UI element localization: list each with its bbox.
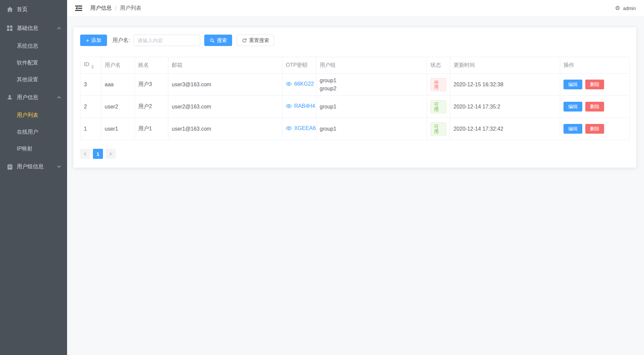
cell-id: 1 <box>80 118 101 140</box>
toolbar: + 添加 用户名: 搜索 <box>80 35 630 46</box>
sidebar-subitem-1-2[interactable]: 其他设置 <box>0 71 67 88</box>
search-button-label: 搜索 <box>217 37 227 44</box>
search-button[interactable]: 搜索 <box>204 35 232 46</box>
cell-actions: 编辑删除 <box>560 96 630 118</box>
cell-updated: 2020-12-15 16:32:38 <box>450 74 560 96</box>
cell-groups: group1 <box>316 96 427 118</box>
status-badge: 停用 <box>430 78 446 91</box>
sidebar-subitem-1-1[interactable]: 软件配置 <box>0 54 67 71</box>
reset-search-button[interactable]: 重置搜索 <box>237 35 274 46</box>
delete-button[interactable]: 删除 <box>585 80 604 89</box>
cell-status: 可用 <box>427 118 450 140</box>
column-header-姓名: 姓名 <box>135 57 168 74</box>
sidebar-subitem-2-0[interactable]: 用户列表 <box>0 107 67 124</box>
group-name: group1 <box>320 77 423 85</box>
sidebar-item-0[interactable]: 首页 <box>0 0 67 19</box>
status-badge: 可用 <box>430 100 446 114</box>
sidebar-subitem-2-1[interactable]: 在线用户 <box>0 124 67 140</box>
sidebar-item-1[interactable]: 基础信息 <box>0 19 67 38</box>
reset-search-button-label: 重置搜索 <box>249 37 269 44</box>
sidebar-item-3[interactable]: 用户组信息 <box>0 157 67 176</box>
pagination: 1 <box>80 149 630 159</box>
edit-button[interactable]: 编辑 <box>564 102 582 112</box>
chevron-up-icon <box>57 96 61 100</box>
breadcrumb: 用户信息 / 用户列表 <box>90 5 141 12</box>
cell-username: user1 <box>101 118 135 140</box>
group-name: group2 <box>320 85 423 93</box>
sidebar-item-label: 用户组信息 <box>17 163 44 170</box>
sidebar-item-label: 用户信息 <box>17 94 38 101</box>
breadcrumb-item-parent[interactable]: 用户信息 <box>90 5 112 12</box>
eye-icon <box>286 81 292 87</box>
grid-icon <box>7 25 13 31</box>
current-user-label: admin <box>623 6 636 11</box>
cell-username: user2 <box>101 96 135 118</box>
users-table-header: ID用户名姓名邮箱OTP密钥用户组状态更新时间操作 <box>80 57 630 74</box>
delete-button[interactable]: 删除 <box>585 124 604 134</box>
sidebar-item-label: 基础信息 <box>17 25 38 32</box>
username-search-input[interactable] <box>133 35 200 46</box>
edit-button[interactable]: 编辑 <box>564 124 582 134</box>
add-button-label: 添加 <box>91 37 101 44</box>
group-name: group1 <box>320 125 423 133</box>
user-icon <box>7 94 13 100</box>
clipboard-icon <box>7 164 13 170</box>
cell-updated: 2020-12-14 17:35:2 <box>450 96 560 118</box>
cell-status: 停用 <box>427 74 450 96</box>
column-header-状态: 状态 <box>427 57 450 74</box>
add-button[interactable]: + 添加 <box>80 35 107 46</box>
sidebar-item-2[interactable]: 用户信息 <box>0 88 67 107</box>
breadcrumb-item-current: 用户列表 <box>120 5 141 12</box>
user-list-card: + 添加 用户名: 搜索 <box>73 27 637 168</box>
breadcrumb-separator: / <box>115 5 116 11</box>
home-icon <box>7 6 13 12</box>
column-header-更新时间: 更新时间 <box>450 57 560 74</box>
sidebar-item-label: 首页 <box>17 6 28 13</box>
cell-otp: RAB4H4 <box>282 96 316 118</box>
group-name: group1 <box>320 103 423 111</box>
sidebar-subitem-2-2[interactable]: IP映射 <box>0 140 67 157</box>
cell-otp: XGEEA6 <box>282 118 316 140</box>
cell-updated: 2020-12-14 17:32:42 <box>450 118 560 140</box>
cell-status: 可用 <box>427 96 450 118</box>
cell-email: user1@163.com <box>168 118 282 140</box>
sidebar-menu: 首页基础信息系统信息软件配置其他设置用户信息用户列表在线用户IP映射用户组信息 <box>0 0 67 176</box>
otp-secret-link[interactable]: 66KG22 <box>286 81 314 87</box>
cell-otp: 66KG22 <box>282 74 316 96</box>
column-header-操作: 操作 <box>560 57 630 74</box>
cell-name: 用户2 <box>135 96 168 118</box>
username-field-label: 用户名: <box>112 37 130 44</box>
table-row: 1user1用户1user1@163.comXGEEA6group1可用2020… <box>80 118 630 140</box>
cell-groups: group1group2 <box>316 74 427 96</box>
table-row: 3aaa用户3user3@163.com66KG22group1group2停用… <box>80 74 630 96</box>
user-menu[interactable]: ⚙ admin <box>615 5 636 11</box>
search-icon <box>210 38 215 43</box>
eye-icon <box>286 103 292 109</box>
cell-name: 用户3 <box>135 74 168 96</box>
edit-button[interactable]: 编辑 <box>564 80 582 89</box>
delete-button[interactable]: 删除 <box>585 102 604 112</box>
sort-caret-icon[interactable] <box>91 65 94 69</box>
table-row: 2user2用户2user2@163.comRAB4H4group1可用2020… <box>80 96 630 118</box>
sidebar-fold-icon[interactable] <box>75 5 82 11</box>
pagination-page-1[interactable]: 1 <box>93 149 103 159</box>
chevron-right-icon <box>109 152 112 156</box>
eye-icon <box>286 125 292 131</box>
pagination-prev-button[interactable] <box>80 149 90 159</box>
chevron-down-icon <box>57 164 61 168</box>
main-area: 用户信息 / 用户列表 ⚙ admin + 添加 用户名: <box>67 0 644 355</box>
sidebar-subitem-1-0[interactable]: 系统信息 <box>0 38 67 54</box>
otp-secret-link[interactable]: RAB4H4 <box>286 103 315 109</box>
column-header-ID[interactable]: ID <box>80 57 101 74</box>
pagination-next-button[interactable] <box>106 149 116 159</box>
cell-groups: group1 <box>316 118 427 140</box>
column-header-OTP密钥: OTP密钥 <box>282 57 316 74</box>
cell-username: aaa <box>101 74 135 96</box>
plus-icon: + <box>86 38 89 43</box>
column-header-用户名: 用户名 <box>101 57 135 74</box>
otp-secret-link[interactable]: XGEEA6 <box>286 125 316 131</box>
cell-id: 2 <box>80 96 101 118</box>
chevron-left-icon <box>84 152 88 156</box>
topbar: 用户信息 / 用户列表 ⚙ admin <box>67 0 644 17</box>
sidebar: 首页基础信息系统信息软件配置其他设置用户信息用户列表在线用户IP映射用户组信息 <box>0 0 67 355</box>
